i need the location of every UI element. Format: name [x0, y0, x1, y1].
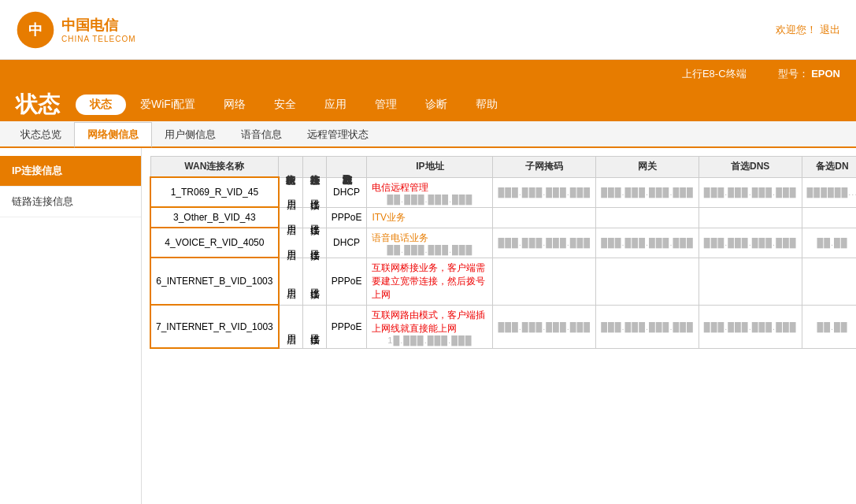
- welcome-text: 欢迎您！: [776, 24, 817, 35]
- gw-5: ███.███.███.███: [596, 305, 699, 348]
- dns2-1: ██████...: [802, 177, 856, 207]
- terminal-label: 上行E8-C终端: [682, 67, 747, 81]
- col-wan-name: WAN连接名称: [150, 157, 279, 178]
- model-value: EPON: [811, 68, 840, 80]
- mask-5: ███.███.███.███: [493, 305, 596, 348]
- sidebar-item-ip-connection[interactable]: IP连接信息: [0, 156, 141, 187]
- enable-1: 启用: [279, 177, 303, 207]
- ip-cell-5: 互联网路由模式，客户端插上网线就直接能上网 1█.███.███.███: [367, 305, 493, 348]
- col-enable: 使能状态: [279, 157, 303, 178]
- model-info: 型号： EPON: [778, 67, 840, 81]
- dns1-1: ███.███.███.███: [699, 177, 802, 207]
- logo-text: 中国电信 CHINA TELECOM: [61, 16, 136, 43]
- mask-4: [493, 258, 596, 305]
- ip-value-5: 1█.███.███.███: [372, 335, 487, 345]
- ip-value-1: ██.███.███.███: [372, 195, 487, 204]
- col-mask: 子网掩码: [493, 157, 596, 178]
- status-4: 已连接: [302, 258, 326, 305]
- table-row: 6_INTERNET_B_VID_1003 启用 已连接 PPPoE 互联网桥接…: [150, 258, 856, 305]
- subnav-overview[interactable]: 状态总览: [8, 123, 74, 148]
- header-right: 欢迎您！ 退出: [776, 23, 840, 37]
- ip-label-4: 互联网桥接业务，客户端需要建立宽带连接，然后拨号上网: [372, 261, 487, 302]
- enable-5: 启用: [279, 305, 303, 348]
- nav-bar: 状态 状态 爱WiFi配置 网络 安全 应用 管理 诊断 帮助: [0, 88, 856, 121]
- status-5: 已连接: [302, 305, 326, 348]
- ip-label-3: 语音电话业务: [372, 232, 487, 245]
- method-1: DHCP: [326, 177, 367, 207]
- mask-1: ███.███.███.███: [493, 177, 596, 207]
- method-4: PPPoE: [326, 258, 367, 305]
- ip-value-3: ██.███.███.███: [372, 245, 487, 254]
- header: 中 中国电信 CHINA TELECOM 欢迎您！ 退出: [0, 0, 856, 60]
- wan-name-5: 7_INTERNET_R_VID_1003: [150, 305, 279, 348]
- logout-link[interactable]: 退出: [820, 24, 840, 35]
- dns1-2: [699, 207, 802, 228]
- ip-cell-2: ITV业务: [367, 207, 493, 228]
- logo-icon: 中: [16, 10, 55, 50]
- table-row: 7_INTERNET_R_VID_1003 启用 已连接 PPPoE 互联网路由…: [150, 305, 856, 348]
- wan-name-3: 4_VOICE_R_VID_4050: [150, 228, 279, 258]
- wan-table: WAN连接名称 使能状态 连接状态 地址获取方式 IP地址 子网掩码 网关 首选…: [150, 156, 856, 349]
- svg-text:中: 中: [28, 20, 43, 37]
- nav-item-diagnose[interactable]: 诊断: [411, 93, 461, 117]
- col-gw: 网关: [596, 157, 699, 178]
- enable-2: 启用: [279, 207, 303, 228]
- page-title: 状态: [8, 90, 76, 120]
- dns2-4: [802, 258, 856, 305]
- status-2: 已连接: [302, 207, 326, 228]
- gw-1: ███.███.███.███: [596, 177, 699, 207]
- ip-cell-1: 电信远程管理 ██.███.███.███: [367, 177, 493, 207]
- top-bar-info: 上行E8-C终端 型号： EPON: [682, 67, 840, 81]
- method-3: DHCP: [326, 228, 367, 258]
- gw-4: [596, 258, 699, 305]
- mask-2: [493, 207, 596, 228]
- sub-nav: 状态总览 网络侧信息 用户侧信息 语音信息 远程管理状态: [0, 121, 856, 148]
- subnav-voice[interactable]: 语音信息: [228, 123, 295, 148]
- dns2-3: ██.██: [802, 228, 856, 258]
- subnav-user-side[interactable]: 用户侧信息: [152, 123, 228, 148]
- dns1-4: [699, 258, 802, 305]
- subnav-network-side[interactable]: 网络侧信息: [74, 122, 152, 148]
- nav-item-help[interactable]: 帮助: [461, 93, 512, 117]
- nav-item-security[interactable]: 安全: [260, 93, 310, 117]
- table-row: 4_VOICE_R_VID_4050 启用 已连接 DHCP 语音电话业务 ██…: [150, 228, 856, 258]
- subnav-remote[interactable]: 远程管理状态: [295, 123, 381, 148]
- layout: IP连接信息 链路连接信息 WAN连接名称 使能状态 连接状态 地址获取方式 I…: [0, 148, 856, 504]
- col-ip: IP地址: [367, 157, 493, 178]
- dns2-2: [802, 207, 856, 228]
- method-2: PPPoE: [326, 207, 367, 228]
- nav-item-manage[interactable]: 管理: [361, 93, 411, 117]
- main-content: WAN连接名称 使能状态 连接状态 地址获取方式 IP地址 子网掩码 网关 首选…: [142, 148, 856, 504]
- nav-item-network[interactable]: 网络: [209, 93, 260, 117]
- nav-item-status[interactable]: 状态: [76, 94, 126, 115]
- col-dns1: 首选DNS: [699, 157, 802, 178]
- nav-item-wifi[interactable]: 爱WiFi配置: [126, 93, 209, 117]
- nav-item-app[interactable]: 应用: [310, 93, 361, 117]
- method-5: PPPoE: [326, 305, 367, 348]
- table-row: 3_Other_B_VID_43 启用 已连接 PPPoE ITV业务: [150, 207, 856, 228]
- status-3: 已连接: [302, 228, 326, 258]
- top-bar: 上行E8-C终端 型号： EPON: [0, 60, 856, 88]
- gw-3: ███.███.███.███: [596, 228, 699, 258]
- ip-label-5: 互联网路由模式，客户端插上网线就直接能上网: [372, 309, 487, 335]
- enable-4: 启用: [279, 258, 303, 305]
- dns1-5: ███.███.███.███: [699, 305, 802, 348]
- wan-name-2: 3_Other_B_VID_43: [150, 207, 279, 228]
- status-1: 已连接: [302, 177, 326, 207]
- col-status: 连接状态: [302, 157, 326, 178]
- model-label: 型号：: [778, 68, 809, 80]
- gw-2: [596, 207, 699, 228]
- col-method: 地址获取方式: [326, 157, 367, 178]
- sidebar-item-link-connection[interactable]: 链路连接信息: [0, 187, 141, 217]
- ip-label-2: ITV业务: [372, 211, 487, 224]
- dns2-5: ██.██: [802, 305, 856, 348]
- wan-name-1: 1_TR069_R_VID_45: [150, 177, 279, 207]
- ip-label-1: 电信远程管理: [372, 181, 487, 195]
- enable-3: 启用: [279, 228, 303, 258]
- dns1-3: ███.███.███.███: [699, 228, 802, 258]
- table-row: 1_TR069_R_VID_45 启用 已连接 DHCP 电信远程管理 ██.█…: [150, 177, 856, 207]
- wan-name-4: 6_INTERNET_B_VID_1003: [150, 258, 279, 305]
- ip-cell-4: 互联网桥接业务，客户端需要建立宽带连接，然后拨号上网: [367, 258, 493, 305]
- logo: 中 中国电信 CHINA TELECOM: [16, 10, 136, 50]
- col-dns2: 备选DN: [802, 157, 856, 178]
